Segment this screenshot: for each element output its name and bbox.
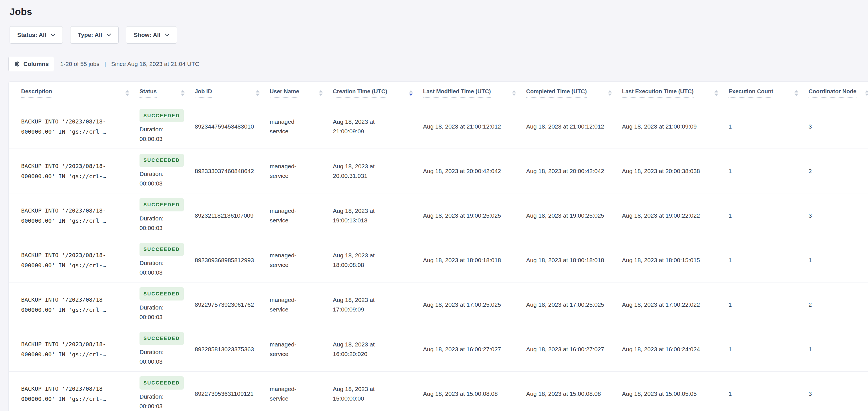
creation-time-cell: Aug 18, 2023 at 19:00:13:013 bbox=[333, 206, 423, 225]
duration-value: 00:00:03 bbox=[140, 223, 185, 233]
column-header-execution-count[interactable]: Execution Count bbox=[728, 82, 809, 104]
status-cell: SUCCEEDED Duration: 00:00:03 bbox=[140, 287, 195, 322]
column-header-label: User Name bbox=[270, 88, 299, 97]
execution-count-cell: 1 bbox=[728, 255, 809, 265]
show-filter-dropdown[interactable]: Show: All bbox=[126, 26, 177, 44]
status-badge: SUCCEEDED bbox=[140, 243, 184, 256]
user-name-cell: managed-service bbox=[270, 384, 315, 403]
page-title: Jobs bbox=[9, 6, 868, 17]
description-line1: BACKUP INTO '/2023/08/18- bbox=[21, 252, 106, 259]
completed-time-cell: Aug 18, 2023 at 17:00:25:025 bbox=[526, 300, 622, 310]
filter-bar: Status: All Type: All Show: All bbox=[9, 26, 868, 44]
description-line1: BACKUP INTO '/2023/08/18- bbox=[21, 118, 106, 125]
coordinator-node-cell: 3 bbox=[809, 122, 868, 131]
job-description-link[interactable]: BACKUP INTO '/2023/08/18- 000000.00' IN … bbox=[21, 206, 129, 226]
chevron-down-icon bbox=[106, 33, 111, 36]
table-row: BACKUP INTO '/2023/08/18- 000000.00' IN … bbox=[9, 327, 868, 372]
status-filter-dropdown[interactable]: Status: All bbox=[9, 26, 63, 44]
status-badge: SUCCEEDED bbox=[140, 198, 184, 211]
column-header-completed-time[interactable]: Completed Time (UTC) bbox=[526, 82, 622, 104]
job-description-link[interactable]: BACKUP INTO '/2023/08/18- 000000.00' IN … bbox=[21, 250, 129, 270]
column-header-user-name[interactable]: User Name bbox=[270, 82, 333, 104]
job-description-link[interactable]: BACKUP INTO '/2023/08/18- 000000.00' IN … bbox=[21, 295, 129, 315]
column-header-label: Creation Time (UTC) bbox=[333, 88, 387, 97]
description-line2: 000000.00' IN 'gs://crl-… bbox=[21, 351, 106, 358]
job-id-cell: 892321182136107009 bbox=[195, 211, 270, 221]
column-header-label: Last Modified Time (UTC) bbox=[423, 88, 491, 97]
last-execution-time-cell: Aug 18, 2023 at 15:00:05:05 bbox=[622, 389, 728, 399]
status-badge: SUCCEEDED bbox=[140, 154, 184, 167]
column-header-last-modified-time[interactable]: Last Modified Time (UTC) bbox=[423, 82, 526, 104]
completed-time-cell: Aug 18, 2023 at 16:00:27:027 bbox=[526, 345, 622, 354]
status-badge: SUCCEEDED bbox=[140, 332, 184, 345]
column-header-label: Description bbox=[21, 88, 52, 97]
job-description-link[interactable]: BACKUP INTO '/2023/08/18- 000000.00' IN … bbox=[21, 339, 129, 359]
coordinator-node-cell: 3 bbox=[809, 211, 868, 221]
creation-time-line2: 21:00:09:09 bbox=[333, 128, 364, 135]
columns-button[interactable]: Columns bbox=[8, 57, 54, 71]
execution-count-cell: 1 bbox=[728, 166, 809, 176]
duration-label: Duration: bbox=[140, 214, 185, 223]
coordinator-node-cell: 2 bbox=[809, 166, 868, 176]
duration-label: Duration: bbox=[140, 169, 185, 179]
sort-icon bbox=[256, 90, 259, 96]
duration-value: 00:00:03 bbox=[140, 179, 185, 188]
user-name-cell: managed-service bbox=[270, 162, 315, 181]
user-name-cell: managed-service bbox=[270, 251, 315, 270]
description-line1: BACKUP INTO '/2023/08/18- bbox=[21, 207, 106, 214]
status-badge: SUCCEEDED bbox=[140, 109, 184, 122]
creation-time-line2: 19:00:13:013 bbox=[333, 217, 368, 224]
creation-time-line2: 17:00:09:09 bbox=[333, 306, 364, 313]
status-cell: SUCCEEDED Duration: 00:00:03 bbox=[140, 243, 195, 277]
user-name-cell: managed-service bbox=[270, 117, 315, 136]
column-header-last-execution-time[interactable]: Last Execution Time (UTC) bbox=[622, 82, 728, 104]
column-header-status[interactable]: Status bbox=[140, 82, 195, 104]
column-header-coordinator-node[interactable]: Coordinator Node bbox=[809, 82, 868, 104]
job-id-cell: 892333037460848642 bbox=[195, 166, 270, 176]
columns-button-label: Columns bbox=[23, 61, 49, 67]
last-execution-time-cell: Aug 18, 2023 at 19:00:22:022 bbox=[622, 211, 728, 221]
job-description-link[interactable]: BACKUP INTO '/2023/08/18- 000000.00' IN … bbox=[21, 161, 129, 181]
coordinator-node-cell: 2 bbox=[809, 300, 868, 310]
gear-icon bbox=[14, 61, 21, 67]
execution-count-cell: 1 bbox=[728, 389, 809, 399]
sort-icon bbox=[795, 90, 798, 96]
job-description-link[interactable]: BACKUP INTO '/2023/08/18- 000000.00' IN … bbox=[21, 116, 129, 137]
sort-icon bbox=[181, 90, 185, 96]
column-header-job-id[interactable]: Job ID bbox=[195, 82, 270, 104]
completed-time-cell: Aug 18, 2023 at 21:00:12:012 bbox=[526, 122, 622, 131]
job-id-cell: 892309368985812993 bbox=[195, 255, 270, 265]
description-line2: 000000.00' IN 'gs://crl-… bbox=[21, 173, 106, 180]
description-cell: BACKUP INTO '/2023/08/18- 000000.00' IN … bbox=[9, 206, 140, 226]
sort-icon-active-desc bbox=[409, 90, 413, 96]
job-id-cell: 892344759453483010 bbox=[195, 122, 270, 131]
creation-time-line1: Aug 18, 2023 at bbox=[333, 297, 375, 303]
description-line1: BACKUP INTO '/2023/08/18- bbox=[21, 385, 106, 392]
job-id-cell: 892297573923061762 bbox=[195, 300, 270, 310]
status-cell: SUCCEEDED Duration: 00:00:03 bbox=[140, 198, 195, 233]
duration-value: 00:00:03 bbox=[140, 134, 185, 144]
type-filter-dropdown[interactable]: Type: All bbox=[70, 26, 119, 44]
execution-count-cell: 1 bbox=[728, 300, 809, 310]
column-header-description[interactable]: Description bbox=[9, 82, 140, 104]
job-description-link[interactable]: BACKUP INTO '/2023/08/18- 000000.00' IN … bbox=[21, 384, 129, 404]
duration-value: 00:00:03 bbox=[140, 312, 185, 322]
status-cell: SUCCEEDED Duration: 00:00:03 bbox=[140, 376, 195, 411]
description-cell: BACKUP INTO '/2023/08/18- 000000.00' IN … bbox=[9, 384, 140, 404]
show-filter-label: Show: All bbox=[133, 32, 160, 38]
status-cell: SUCCEEDED Duration: 00:00:03 bbox=[140, 332, 195, 366]
column-header-creation-time[interactable]: Creation Time (UTC) bbox=[333, 82, 423, 104]
creation-time-line2: 16:00:20:020 bbox=[333, 351, 368, 357]
creation-time-line1: Aug 18, 2023 at bbox=[333, 207, 375, 214]
last-execution-time-cell: Aug 18, 2023 at 21:00:09:09 bbox=[622, 122, 728, 131]
creation-time-line1: Aug 18, 2023 at bbox=[333, 118, 375, 125]
sort-icon bbox=[714, 90, 718, 96]
jobs-count-text: 1-20 of 55 jobs bbox=[60, 61, 99, 67]
status-cell: SUCCEEDED Duration: 00:00:03 bbox=[140, 154, 195, 188]
duration-label: Duration: bbox=[140, 258, 185, 268]
creation-time-line1: Aug 18, 2023 at bbox=[333, 341, 375, 348]
last-modified-time-cell: Aug 18, 2023 at 20:00:42:042 bbox=[423, 166, 526, 176]
toolbar-separator: | bbox=[104, 61, 106, 67]
duration-value: 00:00:03 bbox=[140, 357, 185, 366]
sort-icon bbox=[319, 90, 323, 96]
